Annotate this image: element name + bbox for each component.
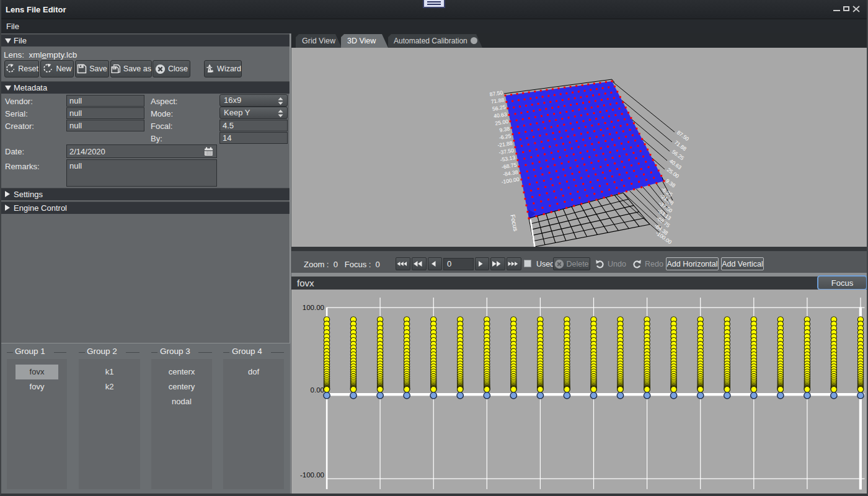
svg-text:-100.00: -100.00 (300, 471, 324, 479)
svg-text:87.50: 87.50 (489, 89, 503, 97)
svg-text:0.00: 0.00 (311, 386, 324, 394)
svg-text:25.00: 25.00 (495, 118, 509, 126)
svg-text:100.00: 100.00 (303, 304, 324, 311)
svg-text:-6.25: -6.25 (498, 133, 512, 141)
svg-text:-100.00: -100.00 (501, 176, 520, 185)
svg-text:56.25: 56.25 (492, 104, 506, 112)
svg-text:Focus: Focus (509, 214, 519, 232)
svg-text:9.38: 9.38 (499, 125, 510, 133)
